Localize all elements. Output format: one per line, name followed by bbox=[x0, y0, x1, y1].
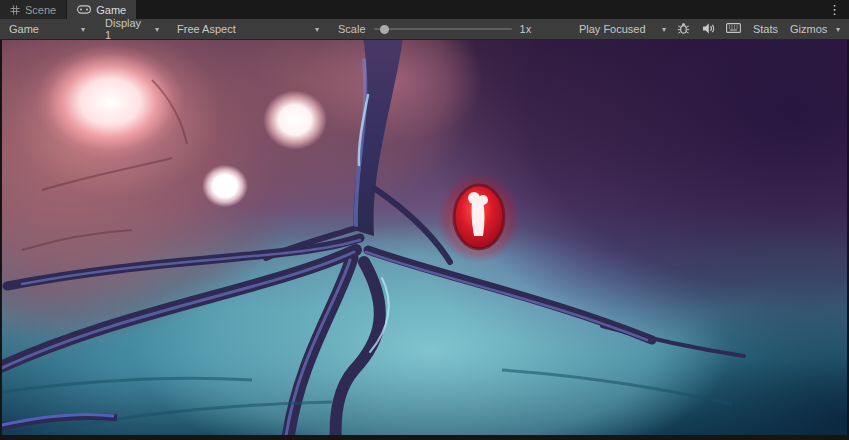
tab-scene-label: Scene bbox=[25, 4, 56, 16]
bug-icon bbox=[677, 22, 690, 37]
game-view-toolbar: Game ▾ Display 1 ▾ Free Aspect ▾ Scale 1… bbox=[0, 19, 849, 40]
tentacle-tree-object bbox=[2, 40, 744, 435]
gizmos-dropdown[interactable]: Gizmos ▾ bbox=[785, 21, 845, 38]
chevron-down-icon: ▾ bbox=[836, 25, 840, 34]
scene-grid-icon bbox=[10, 5, 20, 15]
tab-scene[interactable]: Scene bbox=[0, 0, 67, 19]
floor-veins bbox=[2, 370, 732, 432]
chevron-down-icon: ▾ bbox=[155, 25, 159, 34]
game-mode-label: Game bbox=[9, 23, 39, 35]
toolbar-right-group: Play Focused ▾ Stats Gizmos ▾ bbox=[574, 20, 845, 39]
scale-label: Scale bbox=[338, 23, 366, 35]
game-mode-dropdown[interactable]: Game ▾ bbox=[4, 21, 90, 38]
rendered-scene bbox=[2, 40, 847, 435]
more-menu-button[interactable]: ⋮ bbox=[820, 0, 849, 19]
stats-button[interactable]: Stats bbox=[746, 21, 785, 38]
speaker-icon bbox=[702, 22, 715, 37]
tab-game-label: Game bbox=[96, 4, 126, 16]
aspect-ratio-label: Free Aspect bbox=[177, 23, 236, 35]
play-focused-dropdown[interactable]: Play Focused ▾ bbox=[574, 21, 671, 38]
keyboard-icon bbox=[726, 23, 741, 35]
display-dropdown[interactable]: Display 1 ▾ bbox=[100, 21, 164, 38]
aspect-ratio-dropdown[interactable]: Free Aspect ▾ bbox=[172, 21, 324, 38]
play-focused-label: Play Focused bbox=[579, 23, 646, 35]
chevron-down-icon: ▾ bbox=[81, 25, 85, 34]
shortcuts-button[interactable] bbox=[721, 20, 746, 39]
debug-button[interactable] bbox=[671, 20, 696, 39]
scale-value: 1x bbox=[520, 23, 540, 35]
game-viewport[interactable] bbox=[2, 40, 847, 435]
flesh-wall-cracks bbox=[22, 80, 187, 250]
scale-slider-track[interactable] bbox=[374, 28, 512, 30]
chevron-down-icon: ▾ bbox=[315, 25, 319, 34]
viewport-frame bbox=[0, 40, 849, 440]
display-label: Display 1 bbox=[105, 17, 150, 41]
game-controller-icon bbox=[77, 5, 91, 14]
chevron-down-icon: ▾ bbox=[662, 25, 666, 34]
red-orb-object bbox=[454, 185, 504, 249]
mute-audio-button[interactable] bbox=[696, 20, 721, 39]
scale-slider-knob[interactable] bbox=[380, 25, 389, 34]
scale-slider[interactable] bbox=[374, 21, 512, 38]
gizmos-label: Gizmos bbox=[790, 23, 827, 35]
